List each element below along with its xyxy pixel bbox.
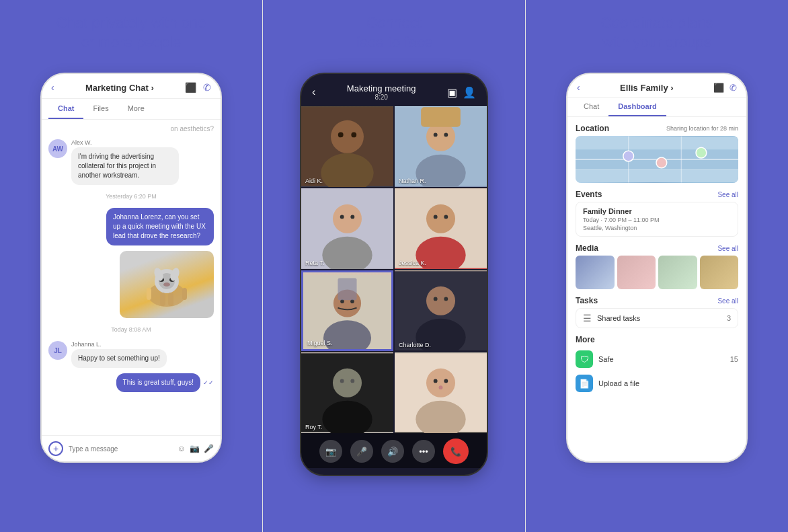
more-item[interactable]: 📄 Upload a file bbox=[576, 375, 639, 392]
tab-chat[interactable]: Chat bbox=[574, 98, 608, 116]
mic-icon[interactable]: 🎤 bbox=[204, 444, 214, 453]
svg-rect-38 bbox=[338, 278, 356, 301]
panel-dashboard: Coordinate plans with your groups ‹ Elli… bbox=[526, 0, 788, 532]
event-name: Family Dinner bbox=[583, 207, 731, 215]
video-call-header: ‹ Maketing meeting 8:20 ▣ 👤 bbox=[301, 74, 487, 106]
dashboard-content: Location Sharing location for 28 min bbox=[567, 117, 746, 447]
tab-more[interactable]: More bbox=[118, 99, 154, 119]
person-2 bbox=[395, 106, 487, 187]
task-row: ☰ Shared tasks 3 bbox=[576, 308, 738, 328]
panel3-title: Coordinate plans with your groups bbox=[601, 13, 713, 61]
task-info: ☰ Shared tasks bbox=[583, 313, 640, 324]
section-title: Location bbox=[576, 124, 609, 133]
meeting-time: 8:20 bbox=[347, 93, 416, 101]
section-header: Events See all bbox=[576, 190, 738, 199]
svg-point-52 bbox=[434, 379, 438, 383]
section-title: Media bbox=[576, 243, 598, 253]
meeting-icons: ▣ 👤 bbox=[447, 86, 476, 99]
media-thumb[interactable] bbox=[617, 256, 656, 289]
participant-name: Reta T. bbox=[305, 260, 324, 266]
svg-point-31 bbox=[434, 215, 438, 219]
media-thumb[interactable] bbox=[576, 256, 615, 289]
add-button[interactable]: + bbox=[48, 441, 63, 456]
msg-timestamp: Yesterday 6:20 PM bbox=[48, 193, 214, 200]
panel1-title: Chat privately with one or more people bbox=[56, 13, 206, 61]
mic-toggle[interactable]: 🎤 bbox=[350, 440, 373, 463]
svg-point-20 bbox=[434, 132, 438, 137]
svg-point-48 bbox=[350, 379, 354, 383]
message-item: This is great stuff, guys! ✓✓ bbox=[48, 373, 214, 392]
message-item bbox=[48, 251, 214, 318]
back-button[interactable]: ‹ bbox=[312, 86, 315, 98]
more-options[interactable]: ••• bbox=[412, 440, 435, 463]
person-8 bbox=[395, 352, 487, 433]
header-icons: ⬛ ✆ bbox=[713, 83, 737, 93]
more-row: 🛡 Safe 15 bbox=[576, 347, 738, 371]
dash-header: ‹ Ellis Family › ⬛ ✆ bbox=[567, 74, 746, 98]
section-title: Tasks bbox=[576, 296, 598, 305]
back-button[interactable]: ‹ bbox=[51, 82, 54, 93]
tab-dashboard[interactable]: Dashboard bbox=[608, 98, 666, 116]
svg-rect-8 bbox=[160, 293, 165, 306]
video-cell: Roy T. bbox=[301, 352, 393, 433]
svg-rect-10 bbox=[147, 288, 151, 300]
speaker-toggle[interactable]: 🔊 bbox=[381, 440, 404, 463]
svg-point-26 bbox=[340, 215, 344, 219]
media-thumb[interactable] bbox=[658, 256, 697, 289]
participant-name: Aidi K. bbox=[305, 178, 323, 184]
partial-msg: on aesthetics? bbox=[48, 125, 214, 132]
phone-video: ‹ Maketing meeting 8:20 ▣ 👤 bbox=[300, 73, 488, 476]
video-icon[interactable]: ⬛ bbox=[713, 83, 724, 93]
safe-icon: 🛡 bbox=[576, 350, 593, 368]
input-icons: ☺ 📷 🎤 bbox=[178, 444, 214, 453]
location-map[interactable] bbox=[576, 136, 738, 183]
video-controls: 📷 🎤 🔊 ••• 📞 bbox=[301, 433, 487, 468]
see-all-link[interactable]: See all bbox=[717, 191, 738, 198]
participant-name: Charlotte D. bbox=[399, 342, 431, 348]
message-input[interactable] bbox=[69, 445, 172, 453]
msg-bubble: Happy to set something up! bbox=[71, 349, 167, 368]
group-title: Ellis Family › bbox=[620, 83, 673, 93]
call-icon[interactable]: ✆ bbox=[203, 82, 211, 93]
see-all-link[interactable]: See all bbox=[717, 297, 738, 305]
message-item: AW Alex W. I'm driving the advertising c… bbox=[48, 139, 214, 185]
end-call[interactable]: 📞 bbox=[443, 439, 469, 464]
svg-rect-22 bbox=[421, 107, 461, 126]
section-title: More bbox=[576, 335, 595, 344]
chat-header-icons: ⬛ ✆ bbox=[185, 82, 211, 93]
svg-point-15 bbox=[338, 132, 344, 137]
emoji-icon[interactable]: ☺ bbox=[178, 444, 186, 453]
video-cell-highlighted: Miguel S. bbox=[301, 270, 393, 351]
panel-video: Connect face to face ‹ Maketing meeting … bbox=[263, 0, 525, 532]
tab-files[interactable]: Files bbox=[83, 99, 118, 119]
events-section: Events See all Family Dinner Today · 7:0… bbox=[576, 190, 738, 237]
map-svg bbox=[576, 136, 738, 183]
call-icon[interactable]: ✆ bbox=[730, 83, 737, 93]
phone-dashboard: ‹ Ellis Family › ⬛ ✆ Chat Dashboard Loca… bbox=[566, 73, 748, 463]
task-count: 3 bbox=[727, 314, 731, 322]
share-icon[interactable]: ▣ bbox=[447, 86, 457, 99]
person-4 bbox=[395, 188, 487, 269]
section-header: Tasks See all bbox=[576, 296, 738, 305]
svg-point-42 bbox=[434, 297, 438, 301]
panel2-title: Connect face to face bbox=[356, 13, 432, 61]
avatar: JL bbox=[48, 341, 67, 360]
tab-chat[interactable]: Chat bbox=[48, 99, 83, 119]
msg-bubble-out: Johanna Lorenz, can you set up a quick m… bbox=[106, 208, 214, 245]
participant-name: Roy T. bbox=[305, 424, 322, 430]
more-section: More 🛡 Safe 15 📄 Upload a file bbox=[576, 335, 738, 395]
chat-tabs: Chat Files More bbox=[42, 99, 221, 120]
video-icon[interactable]: ⬛ bbox=[185, 82, 196, 93]
participants-icon[interactable]: 👤 bbox=[463, 86, 476, 99]
see-all-link[interactable]: See all bbox=[717, 245, 738, 252]
back-button[interactable]: ‹ bbox=[577, 82, 580, 93]
media-thumb[interactable] bbox=[700, 256, 739, 289]
svg-point-40 bbox=[426, 287, 455, 315]
video-cell: Charlotte D. bbox=[395, 270, 487, 351]
camera-toggle[interactable]: 📷 bbox=[319, 440, 342, 463]
chat-image bbox=[120, 251, 214, 318]
svg-point-16 bbox=[351, 132, 356, 137]
camera-icon[interactable]: 📷 bbox=[190, 444, 200, 453]
more-item[interactable]: 🛡 Safe bbox=[576, 350, 614, 368]
section-header: More bbox=[576, 335, 738, 344]
